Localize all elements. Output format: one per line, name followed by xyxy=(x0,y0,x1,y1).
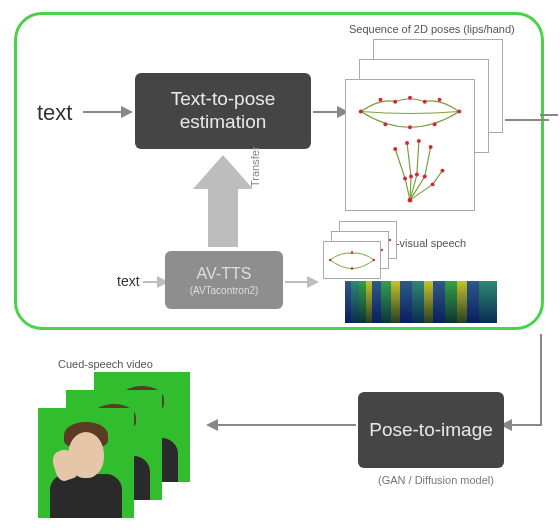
svg-point-36 xyxy=(393,147,397,151)
svg-point-26 xyxy=(393,100,397,104)
pipeline-top-region: text Text-to-pose estimation Transfer te… xyxy=(14,12,544,330)
svg-point-43 xyxy=(431,182,435,186)
svg-point-32 xyxy=(408,125,412,129)
svg-point-38 xyxy=(405,141,409,145)
arrow-avtts-to-av xyxy=(285,281,309,283)
svg-point-53 xyxy=(329,259,331,261)
svg-point-54 xyxy=(351,251,353,253)
lips-icon xyxy=(324,242,380,278)
svg-point-35 xyxy=(403,177,407,181)
avtts-sublabel: (AVTacontron2) xyxy=(190,285,259,296)
connector-out-right xyxy=(540,114,558,116)
connector-down xyxy=(540,334,542,426)
video-output-annot: Cued-speech video xyxy=(58,358,153,370)
svg-point-28 xyxy=(423,100,427,104)
input-text-label-small: text xyxy=(117,273,140,289)
arrow-into-p2i xyxy=(508,424,542,426)
svg-point-40 xyxy=(417,139,421,143)
svg-point-39 xyxy=(415,173,419,177)
svg-point-56 xyxy=(351,267,353,269)
avtts-label: AV-TTS xyxy=(197,265,252,283)
spectrogram-icon xyxy=(345,281,497,323)
svg-point-30 xyxy=(457,110,461,114)
pose-to-image-sublabel: (GAN / Diffusion model) xyxy=(378,474,494,486)
svg-point-27 xyxy=(408,96,412,100)
arrow-head-icon xyxy=(307,276,319,288)
svg-point-55 xyxy=(373,259,375,261)
svg-point-29 xyxy=(438,98,442,102)
text-to-pose-box: Text-to-pose estimation xyxy=(135,73,311,149)
svg-point-41 xyxy=(423,175,427,179)
arrow-p2i-to-video xyxy=(216,424,356,426)
arrow-text-to-t2p xyxy=(83,111,123,113)
pose-output-annot: Sequence of 2D poses (lips/hand) xyxy=(349,23,515,35)
svg-point-44 xyxy=(441,169,445,173)
svg-point-31 xyxy=(433,122,437,126)
arrow-head-icon xyxy=(206,419,218,431)
svg-point-25 xyxy=(378,98,382,102)
svg-point-42 xyxy=(429,145,433,149)
lips-hand-icon xyxy=(346,80,474,210)
svg-point-34 xyxy=(408,198,413,203)
svg-point-37 xyxy=(409,175,413,179)
pose-to-image-box: Pose-to-image xyxy=(358,392,504,468)
arrow-head-icon xyxy=(121,106,133,118)
avtts-box: AV-TTS (AVTacontron2) xyxy=(165,251,283,309)
transfer-arrow-icon xyxy=(195,155,251,247)
input-text-label-main: text xyxy=(37,100,72,126)
arrow-t2p-to-poses xyxy=(313,111,339,113)
arrow-poses-out xyxy=(505,119,549,121)
svg-point-24 xyxy=(359,110,363,114)
svg-point-33 xyxy=(383,122,387,126)
transfer-label: Transfer xyxy=(249,146,261,187)
